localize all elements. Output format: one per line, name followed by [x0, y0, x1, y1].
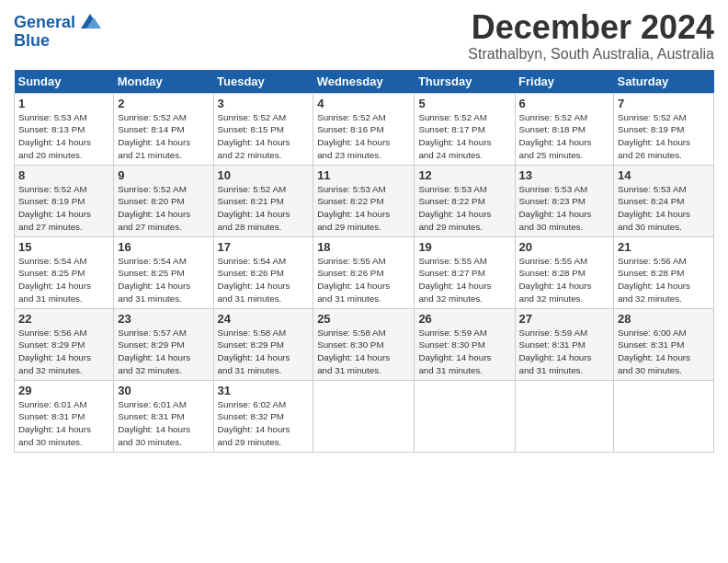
day-info: Sunrise: 5:53 AM Sunset: 8:13 PM Dayligh… [18, 111, 109, 162]
day-number: 6 [519, 97, 610, 110]
table-cell: 15Sunrise: 5:54 AM Sunset: 8:25 PM Dayli… [15, 236, 114, 308]
day-number: 1 [18, 97, 109, 110]
table-cell: 4Sunrise: 5:52 AM Sunset: 8:16 PM Daylig… [313, 93, 415, 165]
col-friday: Friday [515, 70, 614, 94]
table-cell: 26Sunrise: 5:59 AM Sunset: 8:30 PM Dayli… [415, 308, 515, 380]
table-cell: 31Sunrise: 6:02 AM Sunset: 8:32 PM Dayli… [213, 380, 313, 452]
day-number: 8 [18, 168, 109, 182]
calendar-header-row: Sunday Monday Tuesday Wednesday Thursday… [15, 70, 714, 94]
day-number: 13 [519, 168, 610, 182]
header: General Blue December 2024 Strathalbyn, … [14, 9, 714, 63]
day-number: 2 [118, 97, 209, 110]
day-number: 7 [618, 97, 710, 110]
day-info: Sunrise: 5:52 AM Sunset: 8:18 PM Dayligh… [519, 111, 610, 162]
day-info: Sunrise: 6:00 AM Sunset: 8:31 PM Dayligh… [618, 327, 710, 377]
table-cell: 17Sunrise: 5:54 AM Sunset: 8:26 PM Dayli… [213, 236, 313, 308]
logo-text2: Blue [14, 31, 50, 50]
table-cell: 2Sunrise: 5:52 AM Sunset: 8:14 PM Daylig… [114, 93, 213, 165]
table-cell [614, 380, 714, 452]
table-cell: 27Sunrise: 5:59 AM Sunset: 8:31 PM Dayli… [515, 308, 614, 380]
day-number: 18 [317, 240, 410, 254]
table-cell: 18Sunrise: 5:55 AM Sunset: 8:26 PM Dayli… [313, 236, 415, 308]
day-number: 27 [519, 312, 610, 326]
day-info: Sunrise: 5:52 AM Sunset: 8:16 PM Dayligh… [317, 111, 410, 162]
day-info: Sunrise: 5:53 AM Sunset: 8:22 PM Dayligh… [418, 183, 510, 234]
day-number: 31 [218, 384, 310, 397]
day-info: Sunrise: 5:55 AM Sunset: 8:28 PM Dayligh… [519, 255, 610, 305]
day-info: Sunrise: 5:53 AM Sunset: 8:24 PM Dayligh… [618, 183, 710, 234]
day-number: 21 [618, 240, 710, 254]
table-cell: 28Sunrise: 6:00 AM Sunset: 8:31 PM Dayli… [614, 308, 714, 380]
table-cell: 8Sunrise: 5:52 AM Sunset: 8:19 PM Daylig… [15, 165, 114, 236]
col-saturday: Saturday [614, 70, 714, 94]
day-info: Sunrise: 5:55 AM Sunset: 8:26 PM Dayligh… [317, 255, 410, 305]
day-info: Sunrise: 5:52 AM Sunset: 8:19 PM Dayligh… [18, 183, 109, 234]
day-info: Sunrise: 5:54 AM Sunset: 8:25 PM Dayligh… [118, 255, 209, 305]
page-container: General Blue December 2024 Strathalbyn, … [0, 0, 728, 457]
table-cell: 7Sunrise: 5:52 AM Sunset: 8:19 PM Daylig… [614, 93, 714, 165]
table-cell: 22Sunrise: 5:56 AM Sunset: 8:29 PM Dayli… [15, 308, 114, 380]
day-info: Sunrise: 5:53 AM Sunset: 8:22 PM Dayligh… [317, 183, 410, 234]
table-cell: 20Sunrise: 5:55 AM Sunset: 8:28 PM Dayli… [515, 236, 614, 308]
day-number: 14 [618, 168, 710, 182]
day-number: 16 [118, 240, 209, 254]
day-info: Sunrise: 6:01 AM Sunset: 8:31 PM Dayligh… [118, 398, 209, 449]
day-info: Sunrise: 5:52 AM Sunset: 8:21 PM Dayligh… [218, 183, 310, 234]
day-info: Sunrise: 6:01 AM Sunset: 8:31 PM Dayligh… [18, 398, 109, 449]
day-number: 30 [118, 384, 209, 397]
day-info: Sunrise: 5:52 AM Sunset: 8:20 PM Dayligh… [118, 183, 209, 234]
day-info: Sunrise: 5:52 AM Sunset: 8:14 PM Dayligh… [118, 111, 209, 162]
table-cell: 13Sunrise: 5:53 AM Sunset: 8:23 PM Dayli… [515, 165, 614, 236]
day-number: 22 [18, 312, 109, 326]
col-monday: Monday [114, 70, 213, 94]
table-cell [515, 380, 614, 452]
calendar-row: 1Sunrise: 5:53 AM Sunset: 8:13 PM Daylig… [15, 93, 714, 165]
day-info: Sunrise: 5:56 AM Sunset: 8:29 PM Dayligh… [18, 327, 109, 377]
day-info: Sunrise: 5:54 AM Sunset: 8:25 PM Dayligh… [18, 255, 109, 305]
table-cell [415, 380, 515, 452]
calendar-row: 29Sunrise: 6:01 AM Sunset: 8:31 PM Dayli… [15, 380, 714, 452]
day-info: Sunrise: 5:58 AM Sunset: 8:30 PM Dayligh… [317, 327, 410, 377]
col-thursday: Thursday [415, 70, 515, 94]
day-number: 19 [418, 240, 510, 254]
calendar-row: 8Sunrise: 5:52 AM Sunset: 8:19 PM Daylig… [15, 165, 714, 236]
day-info: Sunrise: 5:59 AM Sunset: 8:30 PM Dayligh… [418, 327, 510, 377]
location: Strathalbyn, South Australia, Australia [468, 46, 714, 63]
day-number: 4 [317, 97, 410, 110]
table-cell: 10Sunrise: 5:52 AM Sunset: 8:21 PM Dayli… [213, 165, 313, 236]
day-number: 11 [317, 168, 410, 182]
day-number: 26 [418, 312, 510, 326]
day-number: 5 [418, 97, 510, 110]
day-number: 9 [118, 168, 209, 182]
day-number: 29 [18, 384, 109, 397]
day-number: 10 [218, 168, 310, 182]
day-number: 25 [317, 312, 410, 326]
calendar-row: 22Sunrise: 5:56 AM Sunset: 8:29 PM Dayli… [15, 308, 714, 380]
col-tuesday: Tuesday [213, 70, 313, 94]
day-number: 12 [418, 168, 510, 182]
col-sunday: Sunday [15, 70, 114, 94]
day-number: 23 [118, 312, 209, 326]
day-info: Sunrise: 5:52 AM Sunset: 8:17 PM Dayligh… [418, 111, 510, 162]
table-cell: 9Sunrise: 5:52 AM Sunset: 8:20 PM Daylig… [114, 165, 213, 236]
day-info: Sunrise: 5:53 AM Sunset: 8:23 PM Dayligh… [519, 183, 610, 234]
table-cell: 5Sunrise: 5:52 AM Sunset: 8:17 PM Daylig… [415, 93, 515, 165]
day-number: 3 [218, 97, 310, 110]
table-cell: 14Sunrise: 5:53 AM Sunset: 8:24 PM Dayli… [614, 165, 714, 236]
calendar-row: 15Sunrise: 5:54 AM Sunset: 8:25 PM Dayli… [15, 236, 714, 308]
day-info: Sunrise: 5:54 AM Sunset: 8:26 PM Dayligh… [218, 255, 310, 305]
table-cell: 30Sunrise: 6:01 AM Sunset: 8:31 PM Dayli… [114, 380, 213, 452]
logo-text: General [14, 14, 75, 32]
table-cell: 12Sunrise: 5:53 AM Sunset: 8:22 PM Dayli… [415, 165, 515, 236]
table-cell [313, 380, 415, 452]
day-info: Sunrise: 5:57 AM Sunset: 8:29 PM Dayligh… [118, 327, 209, 377]
table-cell: 23Sunrise: 5:57 AM Sunset: 8:29 PM Dayli… [114, 308, 213, 380]
day-info: Sunrise: 5:52 AM Sunset: 8:15 PM Dayligh… [218, 111, 310, 162]
title-area: December 2024 Strathalbyn, South Austral… [468, 9, 714, 63]
day-number: 17 [218, 240, 310, 254]
day-number: 15 [18, 240, 109, 254]
day-number: 24 [218, 312, 310, 326]
day-info: Sunrise: 6:02 AM Sunset: 8:32 PM Dayligh… [218, 398, 310, 449]
table-cell: 21Sunrise: 5:56 AM Sunset: 8:28 PM Dayli… [614, 236, 714, 308]
day-number: 28 [618, 312, 710, 326]
